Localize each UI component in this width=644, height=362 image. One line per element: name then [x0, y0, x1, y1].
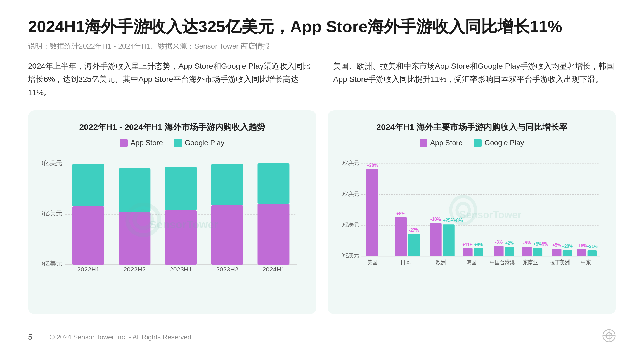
footer-page: 5 [28, 333, 32, 342]
svg-text:+8%: +8% [474, 242, 483, 247]
chart2-area: 90亿美元 60亿美元 30亿美元 0亿美元 +20% +8% -27% [342, 156, 602, 306]
svg-text:2023H1: 2023H1 [170, 266, 192, 273]
svg-rect-60 [577, 249, 586, 256]
svg-rect-13 [211, 164, 243, 205]
svg-text:+2%: +2% [505, 241, 514, 246]
svg-text:+18%: +18% [576, 243, 587, 248]
svg-rect-58 [563, 250, 572, 256]
chart1-title: 2022年H1 - 2024年H1 海外市场手游内购收入趋势 [79, 122, 265, 133]
svg-text:日本: 日本 [401, 259, 411, 265]
svg-rect-12 [211, 205, 243, 265]
svg-rect-53 [533, 248, 542, 256]
sensortower-logo-icon [602, 329, 616, 345]
chart1-legend: App Store Google Play [120, 139, 224, 147]
svg-text:90亿美元: 90亿美元 [342, 160, 359, 166]
svg-rect-14 [257, 204, 289, 265]
svg-rect-6 [72, 206, 104, 265]
page-subtitle: 说明：数据统计2022年H1 - 2024年H1。数据来源：Sensor Tow… [28, 41, 616, 51]
svg-rect-38 [430, 223, 442, 256]
svg-rect-56 [552, 249, 562, 256]
svg-rect-47 [494, 246, 504, 256]
chart2-card: 2024年H1 海外主要市场手游内购收入与同比增长率 App Store Goo… [328, 110, 616, 314]
svg-rect-32 [366, 169, 378, 256]
svg-text:175亿美元: 175亿美元 [42, 210, 62, 217]
svg-text:+21%: +21% [587, 244, 598, 249]
description-right: 美国、欧洲、拉美和中东市场App Store和Google Play手游收入均显… [333, 59, 616, 99]
svg-rect-51 [522, 247, 532, 256]
description-left: 2024年上半年，海外手游收入呈上升态势，App Store和Google Pl… [28, 59, 311, 99]
svg-text:+28%: +28% [562, 244, 573, 249]
svg-rect-34 [395, 217, 407, 256]
svg-text:东南亚: 东南亚 [523, 259, 538, 265]
svg-text:欧洲: 欧洲 [436, 259, 446, 265]
chart1-area: 350亿美元 175亿美元 0亿美元 [42, 156, 302, 306]
svg-text:2022H1: 2022H1 [77, 266, 100, 273]
page-title: 2024H1海外手游收入达325亿美元，App Store海外手游收入同比增长1… [28, 17, 616, 36]
svg-text:2024H1: 2024H1 [262, 266, 285, 273]
chart2-title: 2024年H1 海外主要市场手游内购收入与同比增长率 [376, 122, 567, 133]
svg-text:0亿美元: 0亿美元 [342, 253, 359, 259]
svg-text:+8%: +8% [396, 211, 405, 217]
footer-copyright: © 2024 Sensor Tower Inc. - All Rights Re… [50, 333, 602, 341]
svg-text:+11%: +11% [462, 242, 473, 247]
svg-text:0亿美元: 0亿美元 [42, 260, 62, 267]
svg-rect-11 [165, 167, 197, 210]
svg-rect-7 [72, 164, 104, 206]
svg-text:美国: 美国 [367, 259, 377, 265]
chart1-card: 2022年H1 - 2024年H1 海外市场手游内购收入趋势 App Store… [28, 110, 316, 314]
footer: 5 © 2024 Sensor Tower Inc. - All Rights … [28, 323, 616, 345]
svg-text:-10%: -10% [430, 217, 441, 222]
svg-text:+5%: +5% [552, 243, 561, 248]
svg-text:-5%: -5% [541, 242, 548, 247]
svg-text:韩国: 韩国 [467, 259, 477, 265]
svg-text:2023H2: 2023H2 [216, 266, 238, 273]
svg-text:30亿美元: 30亿美元 [342, 222, 359, 228]
svg-rect-15 [257, 163, 289, 204]
svg-text:-27%: -27% [409, 227, 419, 233]
svg-rect-40 [443, 225, 455, 256]
svg-text:60亿美元: 60亿美元 [342, 191, 359, 197]
svg-text:-5%: -5% [523, 240, 531, 246]
svg-rect-49 [505, 247, 514, 256]
svg-rect-62 [588, 250, 597, 256]
chart2-legend: App Store Google Play [420, 139, 524, 147]
svg-text:中东: 中东 [581, 259, 591, 265]
svg-rect-43 [463, 248, 473, 256]
svg-text:+20%: +20% [366, 163, 378, 168]
svg-rect-36 [408, 234, 420, 256]
svg-text:拉丁美洲: 拉丁美洲 [550, 259, 570, 265]
svg-text:中国台港澳: 中国台港澳 [490, 259, 515, 265]
svg-rect-45 [474, 248, 483, 256]
svg-text:350亿美元: 350亿美元 [42, 160, 62, 167]
svg-text:-3%: -3% [495, 240, 503, 245]
svg-text:2022H2: 2022H2 [124, 266, 146, 273]
